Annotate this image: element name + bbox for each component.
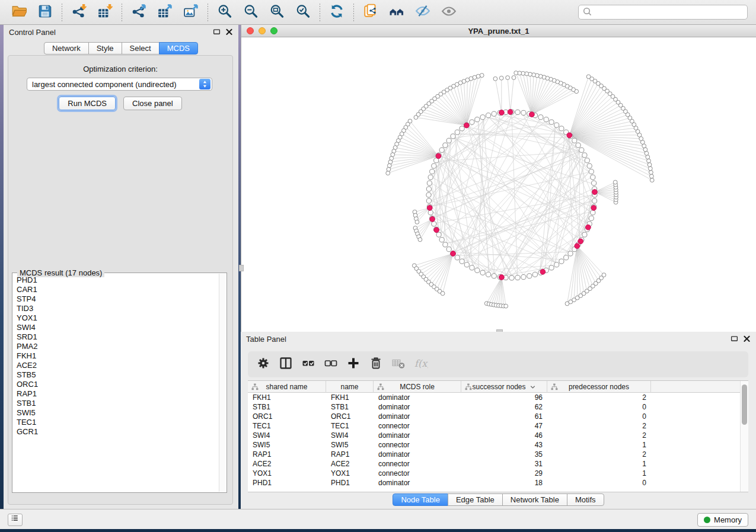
cell-successor-nodes[interactable]: 96 bbox=[461, 393, 547, 402]
cell-shared-name[interactable]: FKH1 bbox=[248, 393, 326, 402]
cell-successor-nodes[interactable]: 43 bbox=[461, 441, 547, 449]
memory-button[interactable]: Memory bbox=[697, 513, 748, 527]
search-input[interactable] bbox=[592, 7, 747, 18]
float-panel-icon[interactable] bbox=[730, 334, 739, 345]
optimization-criterion-select[interactable]: largest connected component (undirected) bbox=[27, 78, 212, 91]
mcds-result-item[interactable]: PHD1 bbox=[17, 275, 219, 285]
mcds-result-item[interactable]: GCR1 bbox=[17, 427, 219, 437]
hide-selected-button[interactable] bbox=[414, 4, 432, 21]
cell-shared-name[interactable]: ORC1 bbox=[248, 412, 326, 421]
cell-MCDS-role[interactable]: dominator bbox=[374, 431, 461, 440]
deselect-all-button[interactable] bbox=[323, 356, 339, 373]
network-canvas[interactable] bbox=[241, 37, 756, 332]
tab-motifs[interactable]: Motifs bbox=[567, 493, 604, 506]
table-row[interactable]: ACE2ACE2connector311 bbox=[248, 459, 740, 469]
cell-predecessor-nodes[interactable]: 2 bbox=[547, 450, 651, 459]
tab-mcds[interactable]: MCDS bbox=[159, 42, 198, 55]
first-neighbors-button[interactable] bbox=[362, 4, 379, 21]
import-table-button[interactable] bbox=[96, 4, 114, 21]
cell-MCDS-role[interactable]: connector bbox=[374, 469, 461, 477]
column-header-predecessor-nodes[interactable]: predecessor nodes bbox=[547, 381, 651, 393]
cell-predecessor-nodes[interactable]: 1 bbox=[547, 441, 651, 449]
table-row[interactable]: YOX1YOX1connector291 bbox=[248, 469, 740, 478]
cell-MCDS-role[interactable]: dominator bbox=[374, 412, 461, 421]
cell-shared-name[interactable]: YOX1 bbox=[248, 469, 326, 477]
home-button[interactable] bbox=[388, 4, 406, 21]
float-panel-icon[interactable] bbox=[212, 27, 221, 39]
cell-shared-name[interactable]: SWI4 bbox=[248, 431, 326, 440]
column-header-shared-name[interactable]: shared name bbox=[248, 381, 326, 393]
mcds-result-item[interactable]: SRD1 bbox=[17, 332, 219, 342]
cell-name[interactable]: SWI4 bbox=[326, 431, 374, 440]
column-header-MCDS-role[interactable]: MCDS role bbox=[374, 381, 461, 393]
mcds-result-item[interactable]: FKH1 bbox=[17, 351, 219, 361]
cell-successor-nodes[interactable]: 18 bbox=[461, 479, 547, 487]
table-row[interactable]: TEC1TEC1connector472 bbox=[248, 421, 740, 431]
add-column-button[interactable] bbox=[345, 356, 362, 373]
table-row[interactable]: FKH1FKH1dominator962 bbox=[248, 393, 740, 402]
close-panel-icon[interactable] bbox=[225, 27, 234, 39]
mcds-result-item[interactable]: YOX1 bbox=[17, 313, 219, 323]
cell-shared-name[interactable]: RAP1 bbox=[248, 450, 326, 459]
table-row[interactable]: PHD1PHD1dominator180 bbox=[248, 478, 740, 488]
task-history-button[interactable] bbox=[8, 514, 23, 526]
zoom-selected-button[interactable] bbox=[294, 4, 312, 21]
tab-style[interactable]: Style bbox=[88, 42, 122, 55]
cell-name[interactable]: FKH1 bbox=[326, 393, 374, 402]
mcds-result-item[interactable]: PMA2 bbox=[17, 342, 219, 351]
cell-MCDS-role[interactable]: dominator bbox=[374, 403, 461, 411]
cell-successor-nodes[interactable]: 47 bbox=[461, 422, 547, 430]
cell-MCDS-role[interactable]: connector bbox=[374, 460, 461, 468]
cell-predecessor-nodes[interactable]: 2 bbox=[547, 393, 651, 402]
cell-shared-name[interactable]: TEC1 bbox=[248, 422, 326, 430]
cell-shared-name[interactable]: PHD1 bbox=[248, 479, 326, 487]
cell-MCDS-role[interactable]: connector bbox=[374, 441, 461, 449]
cell-shared-name[interactable]: SWI5 bbox=[248, 441, 326, 449]
tab-node-table[interactable]: Node Table bbox=[393, 493, 448, 506]
cell-MCDS-role[interactable]: connector bbox=[374, 422, 461, 430]
cell-shared-name[interactable]: ACE2 bbox=[248, 460, 326, 468]
mcds-result-scrollbar[interactable] bbox=[219, 274, 226, 492]
cell-successor-nodes[interactable]: 29 bbox=[461, 469, 547, 477]
run-mcds-button[interactable]: Run MCDS bbox=[59, 97, 116, 110]
close-panel-button[interactable]: Close panel bbox=[123, 97, 182, 110]
column-header-successor-nodes[interactable]: successor nodes bbox=[461, 381, 547, 393]
panel-divider-handle[interactable] bbox=[239, 265, 244, 271]
import-network-button[interactable] bbox=[70, 4, 88, 21]
table-row[interactable]: STB1STB1dominator620 bbox=[248, 402, 740, 412]
settings-button[interactable] bbox=[255, 356, 272, 373]
table-scrollbar[interactable] bbox=[740, 381, 748, 492]
zoom-in-button[interactable] bbox=[216, 4, 234, 21]
show-all-button[interactable] bbox=[440, 4, 458, 21]
cell-name[interactable]: YOX1 bbox=[326, 469, 374, 477]
cell-predecessor-nodes[interactable]: 2 bbox=[547, 422, 651, 430]
cell-name[interactable]: PHD1 bbox=[326, 479, 374, 487]
refresh-button[interactable] bbox=[328, 4, 346, 21]
cell-MCDS-role[interactable]: dominator bbox=[374, 479, 461, 487]
mcds-result-item[interactable]: STB1 bbox=[17, 399, 219, 408]
cell-name[interactable]: TEC1 bbox=[326, 422, 374, 430]
cell-successor-nodes[interactable]: 31 bbox=[461, 460, 547, 468]
cell-shared-name[interactable]: STB1 bbox=[248, 403, 326, 411]
network-window-titlebar[interactable]: YPA_prune.txt_1 bbox=[241, 25, 756, 37]
mcds-result-item[interactable]: STB5 bbox=[17, 370, 219, 380]
cell-successor-nodes[interactable]: 35 bbox=[461, 450, 547, 459]
table-row[interactable]: RAP1RAP1dominator352 bbox=[248, 450, 740, 459]
table-scrollbar-thumb[interactable] bbox=[742, 384, 747, 425]
save-session-button[interactable] bbox=[36, 4, 54, 21]
mcds-result-item[interactable]: STP4 bbox=[17, 294, 219, 304]
cell-predecessor-nodes[interactable]: 0 bbox=[547, 403, 651, 411]
delete-column-button[interactable] bbox=[368, 356, 384, 373]
cell-successor-nodes[interactable]: 46 bbox=[461, 431, 547, 440]
cell-name[interactable]: SWI5 bbox=[326, 441, 374, 449]
select-all-button[interactable] bbox=[300, 356, 317, 373]
zoom-out-button[interactable] bbox=[242, 4, 260, 21]
export-table-button[interactable] bbox=[156, 4, 174, 21]
cell-predecessor-nodes[interactable]: 1 bbox=[547, 469, 651, 477]
cell-name[interactable]: RAP1 bbox=[326, 450, 374, 459]
table-row[interactable]: SWI5SWI5connector431 bbox=[248, 440, 740, 450]
cell-name[interactable]: ORC1 bbox=[326, 412, 374, 421]
tab-select[interactable]: Select bbox=[122, 42, 160, 55]
cell-MCDS-role[interactable]: dominator bbox=[374, 393, 461, 402]
search-box[interactable] bbox=[578, 5, 748, 20]
